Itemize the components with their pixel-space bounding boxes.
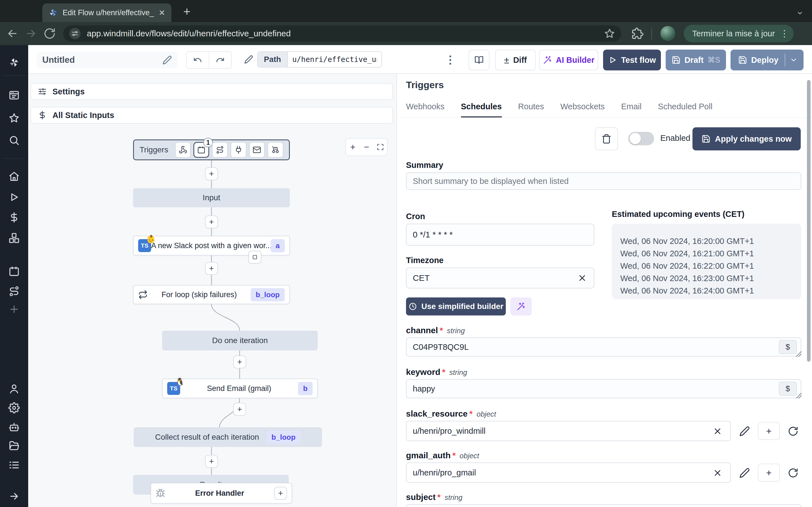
tab-routes[interactable]: Routes [518,102,544,118]
variables-dollar-icon[interactable] [8,212,20,223]
browser-tab[interactable]: Edit Flow u/henri/effective_un ✕ [42,3,171,22]
refresh-resource-icon[interactable] [788,467,799,478]
subject-input[interactable] [406,504,801,507]
search-icon[interactable] [8,135,20,146]
home-icon[interactable] [8,171,20,182]
url-text[interactable]: app.windmill.dev/flows/edit/u/henri/effe… [87,29,604,38]
delete-schedule-button[interactable] [595,127,618,151]
extensions-icon[interactable] [631,27,644,40]
schedules-calendar-icon[interactable] [8,266,20,277]
panel-scrollbar[interactable] [807,80,811,362]
fit-view-button[interactable] [373,144,387,151]
site-settings-icon[interactable] [69,28,81,39]
add-step-button[interactable]: + [233,355,246,369]
channel-input[interactable] [406,337,801,356]
clear-resource-icon[interactable] [713,468,722,478]
pill-kebab-icon[interactable]: ⋮ [780,28,789,39]
new-tab-button[interactable]: + [183,4,191,18]
input-node[interactable]: Input [133,188,290,207]
zoom-in-button[interactable]: + [346,142,360,152]
slack-resource-input[interactable] [406,421,731,441]
clear-timezone-icon[interactable] [577,273,587,283]
add-resource-button[interactable]: + [758,422,780,440]
flow-title-field[interactable]: Untitled [37,52,177,68]
folders-icon[interactable] [8,440,20,452]
do-one-iteration-node[interactable]: Do one iteration [162,331,318,350]
insert-expr-dollar-button[interactable]: $ [779,340,797,354]
add-step-button[interactable]: + [205,262,218,275]
tab-webhooks[interactable]: Webhooks [406,102,445,118]
finish-update-button[interactable]: Terminer la mise à jour ⋮ [684,25,794,42]
tab-email[interactable]: Email [621,102,642,118]
diff-button[interactable]: ± Diff [495,50,536,70]
address-bar[interactable]: app.windmill.dev/flows/edit/u/henri/effe… [63,25,621,42]
resources-cubes-icon[interactable] [8,232,20,244]
edit-resource-pencil-icon[interactable] [739,426,750,437]
docs-book-button[interactable] [469,50,490,70]
insert-expr-dollar-button[interactable]: $ [779,382,797,396]
profile-avatar[interactable] [660,25,676,41]
user-icon[interactable] [8,383,20,394]
cron-input[interactable] [406,224,594,245]
resize-handle[interactable] [796,351,802,357]
email-trigger-icon[interactable] [249,142,265,158]
add-step-button[interactable]: + [205,455,218,468]
add-step-button[interactable]: + [233,403,246,416]
add-step-button[interactable]: + [205,167,218,180]
refresh-resource-icon[interactable] [788,426,799,437]
redo-button[interactable] [209,52,231,68]
add-error-handler-button[interactable]: + [274,487,287,500]
edit-path-pencil-icon[interactable] [244,55,253,64]
gmail-auth-input[interactable] [406,462,731,483]
path-input[interactable] [287,51,382,68]
ai-builder-button[interactable]: AI Builder [539,50,598,70]
runs-play-icon[interactable] [8,191,20,203]
keyword-input[interactable] [406,379,801,398]
edit-resource-pencil-icon[interactable] [739,467,750,478]
workspace-board-icon[interactable] [8,90,20,101]
bookmark-star-icon[interactable] [604,28,615,39]
tab-close-icon[interactable]: ✕ [159,8,165,17]
tab-websockets[interactable]: Websockets [560,102,605,118]
apply-changes-button[interactable]: Apply changes now [693,127,801,151]
add-step-button[interactable]: + [205,216,218,228]
ai-cron-wand-button[interactable] [510,297,532,316]
forward-icon[interactable] [25,27,37,40]
simplified-builder-button[interactable]: Use simplified builder [406,297,506,316]
slack-step-node[interactable]: TS 👶 A new Slack post with a given wor..… [133,236,290,256]
route-trigger-icon[interactable] [212,142,228,158]
webhook-trigger-icon[interactable] [175,142,191,158]
undo-button[interactable] [187,52,209,68]
schedule-trigger-icon[interactable]: 1 [193,142,209,158]
add-icon[interactable] [8,304,20,315]
error-handler-node[interactable]: Error Handler + [151,483,292,504]
send-email-node[interactable]: TS 🐧 Send Email (gmail) b [162,379,318,398]
timezone-input[interactable] [406,268,594,288]
tab-scheduled-poll[interactable]: Scheduled Poll [658,102,712,118]
collapse-arrow-icon[interactable] [8,491,20,502]
bot-icon[interactable] [8,421,20,433]
routes-icon[interactable] [8,286,20,297]
windmill-logo-icon[interactable] [8,57,20,68]
summary-input[interactable] [406,172,801,190]
favorites-star-icon[interactable] [8,112,20,124]
scheduled-poll-trigger-icon[interactable] [267,142,283,158]
clear-resource-icon[interactable] [713,427,722,436]
back-icon[interactable] [6,27,18,40]
triggers-node[interactable]: Triggers 1 [133,139,290,160]
test-flow-button[interactable]: Test flow [603,50,661,70]
enabled-toggle[interactable] [628,132,654,145]
early-stop-button[interactable] [248,251,261,264]
add-resource-button[interactable]: + [758,464,780,482]
deploy-button[interactable]: Deploy [730,50,804,70]
tab-search-chevron-icon[interactable]: ⌄ [796,5,804,17]
settings-gear-icon[interactable] [8,402,20,413]
zoom-out-button[interactable]: − [360,142,373,152]
more-options-kebab-icon[interactable]: ⋮ [445,54,456,66]
resize-handle[interactable] [796,393,802,399]
edit-title-pencil-icon[interactable] [162,55,172,65]
deploy-dropdown-chevron-icon[interactable] [785,56,802,64]
draft-button[interactable]: Draft ⌘S [666,50,726,70]
logs-list-icon[interactable] [8,459,20,471]
websocket-trigger-icon[interactable] [231,142,246,158]
